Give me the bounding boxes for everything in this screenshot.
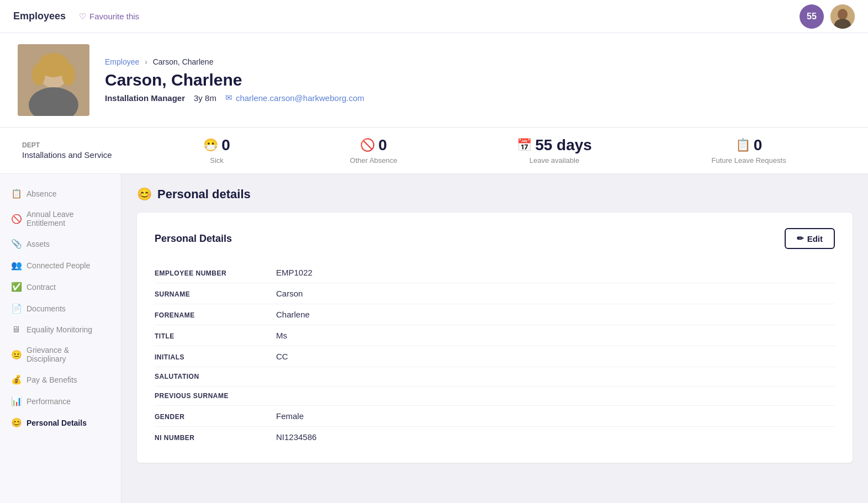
detail-label: SURNAME (155, 290, 276, 298)
sidebar-item-connected-people-label: Connected People (27, 261, 90, 270)
edit-pencil-icon: ✏ (797, 234, 804, 243)
favourite-button[interactable]: ♡ Favourite this (79, 12, 139, 22)
profile-name: Carson, Charlene (105, 71, 850, 89)
sidebar: 📋 Absence 🚫 Annual Leave Entitlement 📎 A… (0, 174, 121, 503)
detail-value: Ms (276, 331, 287, 340)
email-icon: ✉ (225, 93, 232, 103)
stat-other-absence: 🚫 0 Other Absence (350, 136, 398, 165)
sick-value: 0 (221, 136, 230, 154)
sick-icon: 😷 (203, 138, 218, 152)
profile-email[interactable]: ✉ charlene.carson@harkweborg.com (225, 93, 364, 103)
main-layout: 📋 Absence 🚫 Annual Leave Entitlement 📎 A… (0, 174, 868, 503)
favourite-label: Favourite this (89, 12, 139, 21)
performance-icon: 📊 (11, 396, 21, 406)
sidebar-item-grievance[interactable]: 😐 Grievance & Disciplinary (0, 340, 121, 369)
absence-icon: 📋 (11, 188, 21, 199)
svg-point-7 (32, 63, 45, 86)
edit-button[interactable]: ✏ Edit (785, 228, 835, 249)
detail-row: GENDER Female (155, 406, 835, 427)
detail-row: PREVIOUS SURNAME (155, 386, 835, 406)
profile-job-title: Installation Manager (105, 93, 185, 103)
details-table: EMPLOYEE NUMBER EMP1022 SURNAME Carson F… (155, 262, 835, 447)
content-area: 😊 Personal details Personal Details ✏ Ed… (121, 174, 868, 503)
detail-label: NI NUMBER (155, 434, 276, 442)
sidebar-item-absence-label: Absence (27, 189, 56, 198)
detail-row: INITIALS CC (155, 346, 835, 367)
detail-label: GENDER (155, 413, 276, 421)
card-header: Personal Details ✏ Edit (155, 228, 835, 249)
sidebar-item-performance[interactable]: 📊 Performance (0, 390, 121, 412)
heart-icon: ♡ (79, 12, 86, 22)
user-avatar[interactable] (830, 4, 855, 29)
documents-icon: 📄 (11, 303, 21, 314)
equality-monitoring-icon: 🖥 (11, 325, 21, 335)
sick-label: Sick (210, 156, 224, 165)
dept-value: Installations and Service (22, 150, 144, 160)
sidebar-item-connected-people[interactable]: 👥 Connected People (0, 255, 121, 276)
profile-photo (18, 44, 89, 116)
stats-bar: Dept Installations and Service 😷 0 Sick … (0, 128, 868, 174)
stats-dept: Dept Installations and Service (22, 141, 144, 160)
detail-row: FORENAME Charlene (155, 304, 835, 325)
personal-details-card: Personal Details ✏ Edit EMPLOYEE NUMBER … (137, 213, 853, 463)
detail-row: SURNAME Carson (155, 283, 835, 304)
breadcrumb: Employee › Carson, Charlene (105, 57, 850, 66)
card-title: Personal Details (155, 233, 232, 245)
dept-label: Dept (22, 141, 144, 149)
sidebar-item-pay-benefits[interactable]: 💰 Pay & Benefits (0, 369, 121, 390)
leave-available-value: 55 days (535, 136, 592, 154)
sidebar-item-personal-details-label: Personal Details (27, 419, 87, 427)
stat-leave-available: 📅 55 days Leave available (517, 136, 592, 165)
detail-label: TITLE (155, 332, 276, 340)
detail-value: Charlene (276, 310, 310, 319)
sidebar-item-documents[interactable]: 📄 Documents (0, 298, 121, 319)
leave-available-icon: 📅 (517, 138, 532, 152)
detail-row: SALUTATION (155, 367, 835, 386)
detail-label: INITIALS (155, 353, 276, 361)
sidebar-item-pay-benefits-label: Pay & Benefits (27, 375, 77, 384)
breadcrumb-link[interactable]: Employee (105, 57, 139, 66)
detail-row: NI NUMBER NI1234586 (155, 427, 835, 447)
other-absence-label: Other Absence (350, 156, 398, 165)
user-badge[interactable]: 55 (800, 4, 824, 29)
other-absence-value: 0 (378, 136, 387, 154)
brand-label[interactable]: Employees (13, 10, 66, 22)
section-title-text: Personal details (157, 187, 251, 202)
profile-meta: Installation Manager 3y 8m ✉ charlene.ca… (105, 93, 850, 103)
section-title-icon: 😊 (137, 187, 152, 202)
sidebar-item-documents-label: Documents (27, 304, 66, 313)
sidebar-item-absence[interactable]: 📋 Absence (0, 183, 121, 204)
sidebar-item-performance-label: Performance (27, 397, 71, 406)
breadcrumb-separator: › (145, 57, 147, 66)
future-leave-icon: 📋 (735, 138, 750, 152)
contract-icon: ✅ (11, 282, 21, 292)
detail-label: SALUTATION (155, 373, 276, 380)
detail-label: FORENAME (155, 311, 276, 319)
future-leave-label: Future Leave Requests (712, 156, 786, 165)
profile-tenure: 3y 8m (194, 93, 216, 103)
sidebar-item-annual-leave[interactable]: 🚫 Annual Leave Entitlement (0, 204, 121, 233)
future-leave-value: 0 (754, 136, 763, 154)
edit-label: Edit (807, 234, 823, 243)
pay-benefits-icon: 💰 (11, 374, 21, 385)
assets-icon: 📎 (11, 239, 21, 249)
sidebar-item-contract[interactable]: ✅ Contract (0, 276, 121, 298)
sidebar-item-personal-details[interactable]: 😊 Personal Details (0, 412, 121, 433)
sidebar-item-equality-monitoring-label: Equality Monitoring (27, 325, 92, 334)
detail-value: Carson (276, 289, 303, 298)
personal-details-icon: 😊 (11, 417, 21, 428)
profile-header: Employee › Carson, Charlene Carson, Char… (0, 33, 868, 128)
detail-value: NI1234586 (276, 432, 316, 442)
top-nav-right: 55 (800, 4, 855, 29)
profile-info: Employee › Carson, Charlene Carson, Char… (105, 57, 850, 103)
sidebar-item-equality-monitoring[interactable]: 🖥 Equality Monitoring (0, 319, 121, 340)
section-title: 😊 Personal details (137, 187, 853, 202)
leave-available-label: Leave available (530, 156, 579, 165)
sidebar-item-annual-leave-label: Annual Leave Entitlement (27, 210, 110, 227)
breadcrumb-current: Carson, Charlene (153, 57, 214, 66)
sidebar-item-assets[interactable]: 📎 Assets (0, 233, 121, 255)
detail-label: PREVIOUS SURNAME (155, 392, 276, 400)
detail-row: TITLE Ms (155, 325, 835, 346)
detail-row: EMPLOYEE NUMBER EMP1022 (155, 262, 835, 283)
stat-future-leave: 📋 0 Future Leave Requests (712, 136, 786, 165)
